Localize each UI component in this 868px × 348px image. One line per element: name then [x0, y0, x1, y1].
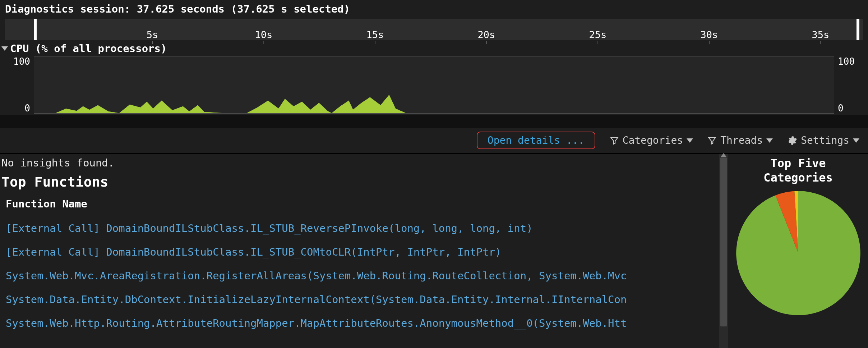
categories-pie-chart[interactable]	[734, 188, 863, 318]
horizontal-separator	[0, 115, 868, 128]
timeline-ruler[interactable]: 5s 10s 15s 20s 25s 30s 35s	[5, 19, 863, 40]
categories-filter-button[interactable]: Categories	[610, 134, 693, 146]
chevron-down-icon	[766, 138, 773, 143]
cpu-yaxis-right: 100 0	[834, 56, 863, 114]
function-list: [External Call] DomainBoundILStubClass.I…	[1, 216, 719, 335]
chevron-down-icon	[687, 138, 693, 143]
function-name-column-header[interactable]: Function Name	[1, 198, 719, 216]
timeline-tick: 30s	[701, 29, 718, 40]
cpu-plot[interactable]	[34, 56, 834, 114]
filter-icon	[610, 136, 619, 145]
pie-title-line1: Top Five	[728, 156, 868, 170]
threads-label: Threads	[720, 134, 763, 146]
timeline-tick: 25s	[589, 29, 607, 40]
settings-button[interactable]: Settings	[787, 134, 859, 146]
insights-message: No insights found.	[1, 155, 719, 173]
selection-handle-left[interactable]	[34, 19, 37, 40]
session-header: Diagnostics session: 37.625 seconds (37.…	[0, 0, 868, 19]
cpu-sparkline	[34, 56, 834, 113]
settings-label: Settings	[801, 134, 849, 146]
cpu-yaxis-left: 100 0	[5, 56, 34, 114]
cpu-lane-label: CPU (% of all processors)	[10, 42, 167, 55]
cpu-yaxis-max: 100	[838, 56, 855, 67]
cpu-yaxis-min: 0	[838, 103, 844, 114]
cpu-yaxis-min: 0	[24, 103, 30, 114]
timeline-tick: 35s	[812, 29, 830, 40]
timeline-tick: 10s	[255, 29, 273, 40]
function-row[interactable]: [External Call] DomainBoundILStubClass.I…	[6, 240, 719, 264]
cpu-yaxis-max: 100	[13, 56, 30, 67]
open-details-button[interactable]: Open details ...	[477, 132, 595, 149]
collapse-triangle-icon[interactable]	[1, 46, 8, 51]
results-body: No insights found. Top Functions Functio…	[0, 154, 868, 348]
function-row[interactable]: System.Web.Mvc.AreaRegistration.Register…	[6, 264, 719, 288]
function-row[interactable]: [External Call] DomainBoundILStubClass.I…	[6, 216, 719, 240]
gear-icon	[787, 136, 797, 146]
chevron-down-icon	[853, 138, 859, 143]
function-row[interactable]: System.Data.Entity.DbContext.InitializeL…	[6, 288, 719, 311]
timeline-tick: 15s	[366, 29, 384, 40]
details-toolbar: Open details ... Categories Threads Sett…	[0, 128, 868, 154]
scroll-up-arrow-icon[interactable]	[721, 153, 726, 157]
selection-handle-right[interactable]	[857, 19, 859, 40]
timeline-tick: 20s	[478, 29, 495, 40]
threads-filter-button[interactable]: Threads	[707, 134, 773, 146]
vertical-scrollbar[interactable]	[719, 154, 728, 348]
cpu-lane-header[interactable]: CPU (% of all processors)	[0, 40, 868, 56]
top-functions-pane: No insights found. Top Functions Functio…	[0, 154, 719, 348]
cpu-lane: 100 0 100 0	[5, 56, 863, 114]
top-categories-pane: Top Five Categories	[728, 154, 868, 348]
pie-title-line2: Categories	[728, 170, 868, 185]
function-row[interactable]: System.Web.Http.Routing.AttributeRouting…	[6, 311, 719, 335]
filter-icon	[707, 136, 717, 145]
categories-label: Categories	[623, 134, 683, 146]
timeline-tick: 5s	[147, 29, 158, 40]
scrollbar-thumb[interactable]	[720, 157, 727, 326]
top-functions-heading: Top Functions	[1, 173, 719, 198]
